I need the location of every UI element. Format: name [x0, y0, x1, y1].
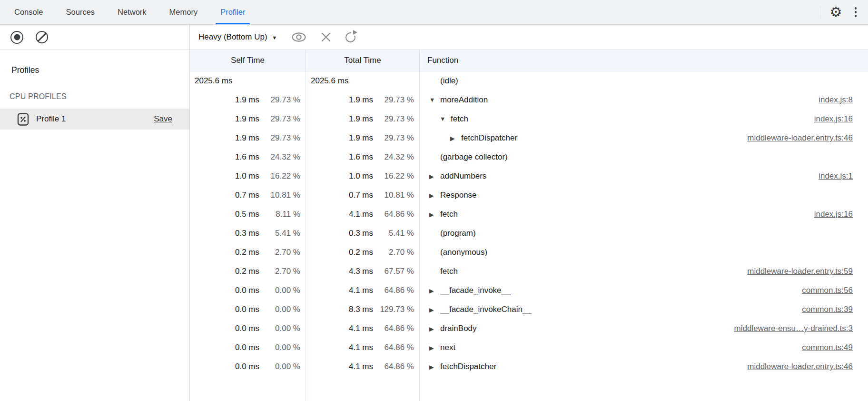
collapse-arrow-icon[interactable]: ▼ [440, 116, 451, 122]
expand-arrow-icon[interactable]: ▶ [429, 287, 440, 294]
total-time-cell: 4.1 ms64.86 % [306, 357, 420, 376]
table-row[interactable]: 0.7 ms10.81 %0.7 ms10.81 %▶Response [190, 186, 868, 205]
expand-arrow-icon[interactable]: ▶ [429, 325, 440, 332]
function-cell: ▶drainBodymiddleware-ensu…y-drained.ts:3 [420, 319, 868, 338]
table-row[interactable]: 1.9 ms29.73 %1.9 ms29.73 %▼fetchindex.js… [190, 110, 868, 129]
sidebar-item-profile-1[interactable]: Profile 1 Save [0, 109, 189, 130]
self-time-percent: 29.73 % [259, 133, 306, 143]
expand-arrow-icon[interactable]: ▶ [429, 192, 440, 199]
column-header-self-time[interactable]: Self Time [190, 50, 306, 71]
refresh-icon[interactable] [345, 32, 355, 42]
self-time-percent: 0.00 % [259, 324, 306, 333]
total-time-ms: 0.7 ms [349, 190, 373, 200]
table-row[interactable]: 1.6 ms24.32 %1.6 ms24.32 %(garbage colle… [190, 148, 868, 167]
self-time-ms: 0.0 ms [235, 343, 259, 352]
expand-arrow-icon[interactable]: ▶ [429, 173, 440, 180]
table-row[interactable]: 0.2 ms2.70 %4.3 ms67.57 %fetchmiddleware… [190, 262, 868, 281]
expand-arrow-icon[interactable]: ▶ [450, 135, 461, 142]
function-name: fetchDispatcher [461, 133, 517, 143]
expand-arrow-icon[interactable]: ▶ [429, 363, 440, 371]
total-time-percent: 24.32 % [373, 152, 420, 162]
function-cell: fetchmiddleware-loader.entry.ts:59 [420, 262, 868, 281]
record-icon[interactable] [10, 31, 23, 44]
table-row[interactable]: 0.5 ms8.11 %4.1 ms64.86 %▶fetchindex.js:… [190, 205, 868, 224]
tab-memory[interactable]: Memory [161, 0, 207, 24]
expand-arrow-icon[interactable]: ▶ [429, 211, 440, 218]
column-header-function[interactable]: Function [420, 50, 868, 71]
table-row[interactable]: 2025.6 ms2025.6 ms(idle) [190, 71, 868, 90]
expand-arrow-icon[interactable]: ▶ [429, 344, 440, 351]
self-time-percent: 29.73 % [259, 114, 306, 124]
source-location-link[interactable]: common.ts:49 [802, 343, 853, 352]
source-location-link[interactable]: middleware-loader.entry.ts:46 [747, 362, 853, 371]
table-row[interactable]: 1.9 ms29.73 %1.9 ms29.73 %▶fetchDispatch… [190, 129, 868, 148]
total-time-cell: 4.1 ms64.86 % [306, 319, 420, 338]
total-time-cell: 1.9 ms29.73 % [306, 90, 420, 110]
expand-arrow-icon[interactable]: ▶ [429, 306, 440, 313]
table-row[interactable]: 1.0 ms16.22 %1.0 ms16.22 %▶addNumbersind… [190, 167, 868, 186]
function-name: fetch [451, 114, 468, 124]
function-name: (idle) [440, 76, 458, 86]
save-link[interactable]: Save [154, 114, 172, 124]
total-time-percent: 67.57 % [373, 267, 420, 276]
total-time-cell: 0.3 ms5.41 % [306, 224, 420, 243]
self-time-ms: 1.9 ms [235, 114, 259, 124]
source-location-link[interactable]: common.ts:56 [802, 286, 853, 295]
tab-console[interactable]: Console [6, 0, 52, 24]
table-row[interactable]: 0.2 ms2.70 %0.2 ms2.70 %(anonymous) [190, 243, 868, 262]
eye-icon[interactable] [291, 32, 306, 42]
function-name: addNumbers [440, 171, 486, 181]
devtools-profiler-panel: ConsoleSourcesNetworkMemoryProfiler ⚙ He… [0, 0, 868, 401]
self-time-percent: 10.81 % [259, 190, 306, 200]
self-time-percent: 8.11 % [259, 210, 306, 219]
source-location-link[interactable]: index.js:16 [814, 210, 853, 219]
table-row[interactable]: 0.0 ms0.00 %8.3 ms129.73 %▶__facade_invo… [190, 300, 868, 319]
table-row[interactable]: 1.9 ms29.73 %1.9 ms29.73 %▼moreAdditioni… [190, 90, 868, 110]
tab-profiler[interactable]: Profiler [212, 0, 254, 24]
source-location-link[interactable]: index.js:1 [819, 171, 853, 181]
clear-icon[interactable] [36, 31, 48, 43]
source-location-link[interactable]: common.ts:39 [802, 305, 853, 314]
function-name: drainBody [440, 324, 477, 333]
self-time-percent: 0.00 % [259, 362, 306, 371]
close-icon[interactable] [321, 32, 331, 42]
source-location-link[interactable]: index.js:16 [814, 114, 853, 124]
total-time-ms: 4.1 ms [349, 343, 373, 352]
source-location-link[interactable]: middleware-ensu…y-drained.ts:3 [734, 324, 853, 333]
tab-network[interactable]: Network [109, 0, 155, 24]
source-location-link[interactable]: index.js:8 [819, 95, 853, 105]
total-time-percent: 64.86 % [373, 362, 420, 371]
self-time-ms: 1.9 ms [235, 95, 259, 105]
source-location-link[interactable]: middleware-loader.entry.ts:59 [747, 267, 853, 276]
toolbar-divider [820, 6, 820, 19]
table-row[interactable]: 0.0 ms0.00 %4.1 ms64.86 %▶drainBodymiddl… [190, 319, 868, 338]
table-row[interactable]: 0.0 ms0.00 %4.1 ms64.86 %▶nextcommon.ts:… [190, 338, 868, 357]
function-cell: ▶__facade_invokeChain__common.ts:39 [420, 300, 868, 319]
self-time-ms: 1.0 ms [235, 171, 259, 181]
total-time-percent: 64.86 % [373, 343, 420, 352]
collapse-arrow-icon[interactable]: ▼ [429, 97, 440, 103]
self-time-ms: 0.2 ms [235, 267, 259, 276]
self-time-percent: 2.70 % [259, 267, 306, 276]
table-row[interactable]: 0.3 ms5.41 %0.3 ms5.41 %(program) [190, 224, 868, 243]
total-time-percent: 29.73 % [373, 133, 420, 143]
total-time-cell: 1.0 ms16.22 % [306, 167, 420, 186]
kebab-menu-icon[interactable] [852, 5, 860, 19]
total-time-percent: 29.73 % [373, 95, 420, 105]
sidebar-heading: Profiles [11, 65, 189, 75]
total-time-percent: 16.22 % [373, 171, 420, 181]
table-row[interactable]: 0.0 ms0.00 %4.1 ms64.86 %▶fetchDispatche… [190, 357, 868, 376]
total-time-cell: 4.1 ms64.86 % [306, 205, 420, 224]
function-cell: (program) [420, 224, 868, 243]
tab-sources[interactable]: Sources [58, 0, 104, 24]
function-cell: ▶fetchDispatchermiddleware-loader.entry.… [420, 357, 868, 376]
function-name: (garbage collector) [440, 152, 508, 162]
view-mode-dropdown[interactable]: Heavy (Bottom Up) ▼ [198, 32, 277, 42]
table-row[interactable]: 0.0 ms0.00 %4.1 ms64.86 %▶__facade_invok… [190, 281, 868, 300]
function-cell: ▶Response [420, 186, 868, 205]
source-location-link[interactable]: middleware-loader.entry.ts:46 [747, 133, 853, 143]
self-time-cell: 0.0 ms0.00 % [190, 338, 306, 357]
gear-icon[interactable]: ⚙ [830, 5, 842, 19]
cpu-profiles-section-title: CPU PROFILES [10, 92, 189, 101]
column-header-total-time[interactable]: Total Time [306, 50, 420, 71]
